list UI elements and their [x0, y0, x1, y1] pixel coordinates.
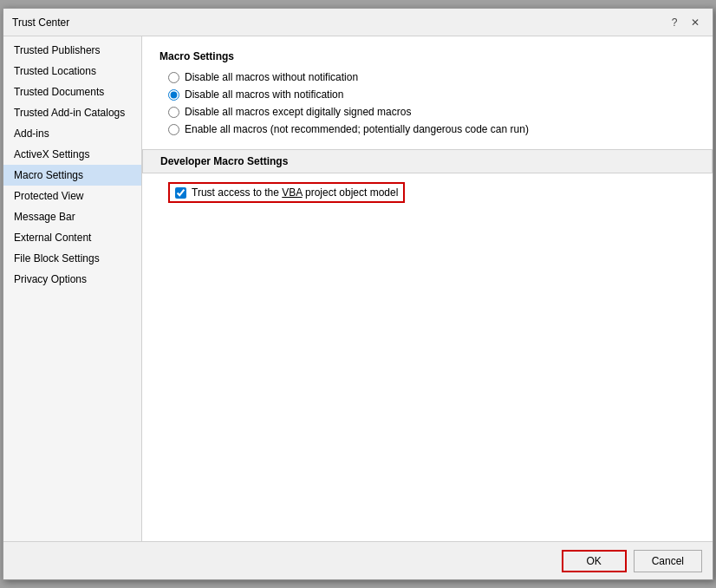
- macro-settings-title: Macro Settings: [159, 50, 695, 62]
- vba-checkbox-label[interactable]: Trust access to the VBA project object m…: [192, 186, 398, 199]
- sidebar-item-add-ins[interactable]: Add-ins: [3, 123, 141, 144]
- sidebar-item-macro-settings[interactable]: Macro Settings: [3, 165, 141, 186]
- radio-item-disable-no-notify: Disable all macros without notification: [168, 71, 695, 83]
- radio-label-enable-all[interactable]: Enable all macros (not recommended; pote…: [185, 123, 529, 135]
- vba-label-suffix: project object model: [303, 186, 399, 199]
- sidebar-item-trusted-locations[interactable]: Trusted Locations: [3, 61, 141, 82]
- sidebar-item-message-bar[interactable]: Message Bar: [3, 206, 141, 227]
- sidebar-item-file-block-settings[interactable]: File Block Settings: [3, 248, 141, 269]
- sidebar: Trusted PublishersTrusted LocationsTrust…: [3, 36, 142, 541]
- radio-label-disable-no-notify[interactable]: Disable all macros without notification: [185, 71, 358, 83]
- sidebar-item-trusted-addin-catalogs[interactable]: Trusted Add-in Catalogs: [3, 102, 141, 123]
- close-button[interactable]: ✕: [687, 14, 704, 31]
- radio-label-disable-signed[interactable]: Disable all macros except digitally sign…: [185, 106, 411, 118]
- dialog-title: Trust Center: [12, 16, 69, 29]
- radio-disable-no-notify[interactable]: [168, 72, 179, 83]
- title-bar: Trust Center ? ✕: [3, 9, 713, 36]
- vba-underline: VBA: [282, 186, 302, 199]
- help-button[interactable]: ?: [666, 14, 683, 31]
- dev-section-title: Developer Macro Settings: [142, 149, 713, 173]
- sidebar-item-activex-settings[interactable]: ActiveX Settings: [3, 144, 141, 165]
- sidebar-item-privacy-options[interactable]: Privacy Options: [3, 269, 141, 290]
- main-content: Macro Settings Disable all macros withou…: [142, 36, 713, 541]
- ok-button[interactable]: OK: [562, 550, 627, 572]
- dialog-footer: OK Cancel: [3, 541, 713, 579]
- sidebar-item-external-content[interactable]: External Content: [3, 227, 141, 248]
- radio-item-disable-signed: Disable all macros except digitally sign…: [168, 106, 695, 118]
- vba-checkbox-item: Trust access to the VBA project object m…: [168, 182, 695, 203]
- radio-label-disable-notify[interactable]: Disable all macros with notification: [185, 88, 343, 101]
- sidebar-item-trusted-documents[interactable]: Trusted Documents: [3, 82, 141, 102]
- vba-checkbox[interactable]: [175, 187, 186, 199]
- title-bar-controls: ? ✕: [666, 14, 704, 31]
- radio-disable-notify[interactable]: [168, 89, 179, 101]
- radio-disable-signed[interactable]: [168, 107, 179, 118]
- vba-checkbox-border: Trust access to the VBA project object m…: [168, 182, 405, 203]
- radio-enable-all[interactable]: [168, 124, 179, 135]
- trust-center-dialog: Trust Center ? ✕ Trusted PublishersTrust…: [3, 8, 713, 580]
- sidebar-item-trusted-publishers[interactable]: Trusted Publishers: [3, 40, 141, 61]
- macro-radio-group: Disable all macros without notification …: [168, 71, 695, 135]
- dialog-body: Trusted PublishersTrusted LocationsTrust…: [3, 36, 713, 541]
- vba-label-prefix: Trust access to the: [192, 186, 282, 199]
- cancel-button[interactable]: Cancel: [634, 550, 702, 572]
- sidebar-item-protected-view[interactable]: Protected View: [3, 186, 141, 206]
- radio-item-enable-all: Enable all macros (not recommended; pote…: [168, 123, 695, 135]
- radio-item-disable-notify: Disable all macros with notification: [168, 88, 695, 101]
